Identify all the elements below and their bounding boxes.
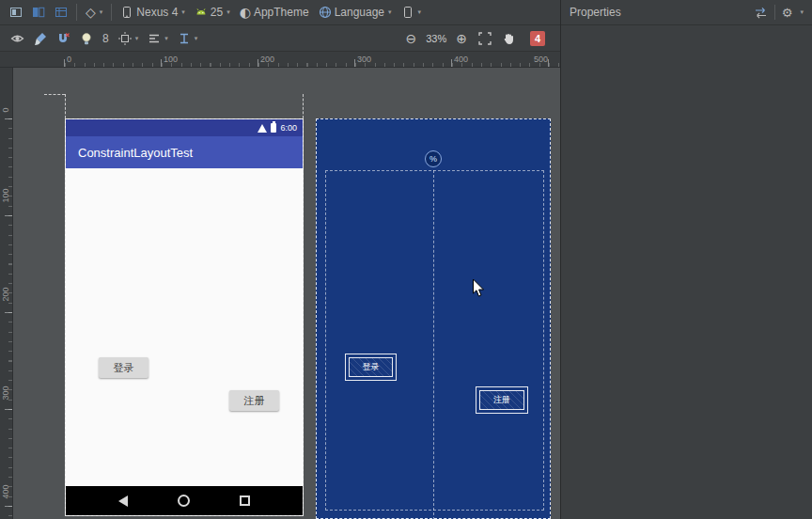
margin-value-label: 8 xyxy=(102,32,109,45)
zoom-out-button[interactable]: ⊖ xyxy=(401,30,422,47)
chevron-down-icon: ▾ xyxy=(135,35,139,42)
ruler-tick xyxy=(5,506,12,507)
ruler-tick xyxy=(5,409,12,410)
ruler-tick xyxy=(258,59,258,67)
properties-actions: ⚙ ▾ xyxy=(754,5,804,20)
chevron-down-icon: ▾ xyxy=(226,8,230,16)
blueprint-root-outline[interactable] xyxy=(325,170,544,511)
ruler-label: 100 xyxy=(1,186,10,205)
autoconnect-toggle[interactable] xyxy=(52,30,75,47)
ruler-label: 200 xyxy=(260,55,274,64)
design-surface-icon xyxy=(9,6,23,19)
nav-home-icon xyxy=(178,495,190,507)
ruler-tick xyxy=(451,59,452,67)
ruler-label: 0 xyxy=(67,55,71,64)
design-surface-toolbar: 8 ▾ ▾ ▾ ⊖ 33% ⊕ xyxy=(0,25,560,52)
theme-selector[interactable]: ◐ AppTheme xyxy=(235,4,314,21)
horizontal-ruler: 0 100 200 300 400 500 xyxy=(0,52,560,68)
magnet-off-icon xyxy=(56,32,70,45)
vertical-guideline[interactable] xyxy=(433,170,434,519)
theme-paint-button[interactable] xyxy=(29,30,52,47)
wifi-icon xyxy=(258,124,267,133)
mouse-cursor xyxy=(472,278,485,298)
design-surface[interactable]: 6:00 ConstraintLayoutTest 登录 注册 % xyxy=(0,68,560,519)
design-blueprint-mode-button[interactable] xyxy=(27,4,50,21)
chevron-down-icon: ▾ xyxy=(388,8,392,16)
chevron-down-icon: ▾ xyxy=(195,35,198,42)
login-button-design[interactable]: 登录 xyxy=(99,357,148,378)
design-mode-button[interactable] xyxy=(5,4,27,21)
infer-constraints-button[interactable] xyxy=(75,30,98,47)
ruler-tick xyxy=(5,215,12,216)
eye-icon xyxy=(10,32,24,45)
margin-menu[interactable]: ▾ xyxy=(114,30,144,47)
editor-main-toolbar: ◇ ▾ Nexus 4 ▾ 25 ▾ ◐ AppTheme Language xyxy=(0,0,560,25)
android-icon xyxy=(195,6,208,19)
show-decorations-button[interactable] xyxy=(6,30,29,47)
ruler-label: 200 xyxy=(1,285,10,304)
diamond-icon: ◇ xyxy=(86,6,96,19)
device-selector[interactable]: Nexus 4 ▾ xyxy=(116,4,190,21)
vertical-ruler: 0 100 200 300 400 xyxy=(0,68,13,519)
ruler-label: 0 xyxy=(1,101,10,119)
zoom-fit-button[interactable] xyxy=(474,30,496,47)
status-bar: 6:00 xyxy=(66,119,303,136)
register-button-design[interactable]: 注册 xyxy=(229,390,279,411)
selection-guide xyxy=(303,94,304,118)
selection-guide xyxy=(44,94,65,95)
nav-back-icon xyxy=(118,495,128,507)
chevron-down-icon: ▾ xyxy=(181,8,185,16)
zoom-level: 33% xyxy=(423,33,449,44)
layout-variant-selector[interactable]: ◇ ▾ xyxy=(81,4,107,21)
hand-icon xyxy=(503,32,516,45)
lightbulb-icon xyxy=(80,32,93,45)
navigation-bar xyxy=(66,486,303,515)
ruler-tick xyxy=(64,59,65,67)
align-menu[interactable]: ▾ xyxy=(143,30,173,47)
phone-icon xyxy=(120,6,133,19)
device-label: Nexus 4 xyxy=(136,6,178,19)
align-icon xyxy=(148,32,161,45)
ruler-tick xyxy=(354,59,355,67)
android-studio-layout-editor: ◇ ▾ Nexus 4 ▾ 25 ▾ ◐ AppTheme Language xyxy=(0,0,812,519)
default-margin-value[interactable]: 8 xyxy=(98,30,114,47)
zoom-out-icon: ⊖ xyxy=(406,32,417,45)
margin-icon xyxy=(118,32,132,45)
orientation-selector[interactable]: ▾ xyxy=(397,4,427,21)
ruler-label: 300 xyxy=(357,55,371,64)
language-selector[interactable]: Language ▾ xyxy=(314,4,397,21)
ruler-tick xyxy=(5,312,12,313)
chevron-down-icon: ▾ xyxy=(100,8,103,16)
toolbar-separator xyxy=(111,4,112,21)
gear-icon[interactable]: ⚙ xyxy=(782,7,793,19)
login-button-blueprint[interactable]: 登录 xyxy=(345,354,397,381)
swap-arrows-icon[interactable] xyxy=(754,7,768,19)
theme-label: AppTheme xyxy=(254,6,309,19)
battery-icon xyxy=(271,123,276,133)
blueprint-grid-icon xyxy=(55,6,68,19)
percent-badge[interactable]: % xyxy=(425,150,442,167)
register-button-blueprint-label: 注册 xyxy=(479,390,524,410)
portrait-phone-icon xyxy=(401,6,414,19)
ruler-label: 300 xyxy=(1,384,10,402)
layout-editor: ◇ ▾ Nexus 4 ▾ 25 ▾ ◐ AppTheme Language xyxy=(0,0,560,519)
header-separator xyxy=(774,5,775,20)
api-label: 25 xyxy=(211,6,223,19)
zoom-in-button[interactable]: ⊕ xyxy=(451,30,472,47)
distribute-menu[interactable]: ▾ xyxy=(173,30,203,47)
register-button-blueprint[interactable]: 注册 xyxy=(476,386,528,414)
nav-recents-icon xyxy=(240,495,250,506)
fit-screen-icon xyxy=(478,32,492,45)
constraint-layout-content[interactable]: 登录 注册 xyxy=(66,168,303,486)
error-count-badge[interactable]: 4 xyxy=(530,31,545,46)
app-bar-title: ConstraintLayoutTest xyxy=(78,146,193,160)
properties-panel: Properties ⚙ ▾ xyxy=(560,0,812,519)
design-view[interactable]: 6:00 ConstraintLayoutTest 登录 注册 xyxy=(65,118,304,516)
blueprint-mode-button[interactable] xyxy=(50,4,72,21)
properties-body xyxy=(561,25,812,519)
toolbar-separator xyxy=(76,4,77,21)
blueprint-view[interactable]: % 登录 注册 xyxy=(316,118,551,519)
api-version-selector[interactable]: 25 ▾ xyxy=(190,4,235,21)
pan-button[interactable] xyxy=(498,30,521,47)
language-label: Language xyxy=(335,6,384,19)
